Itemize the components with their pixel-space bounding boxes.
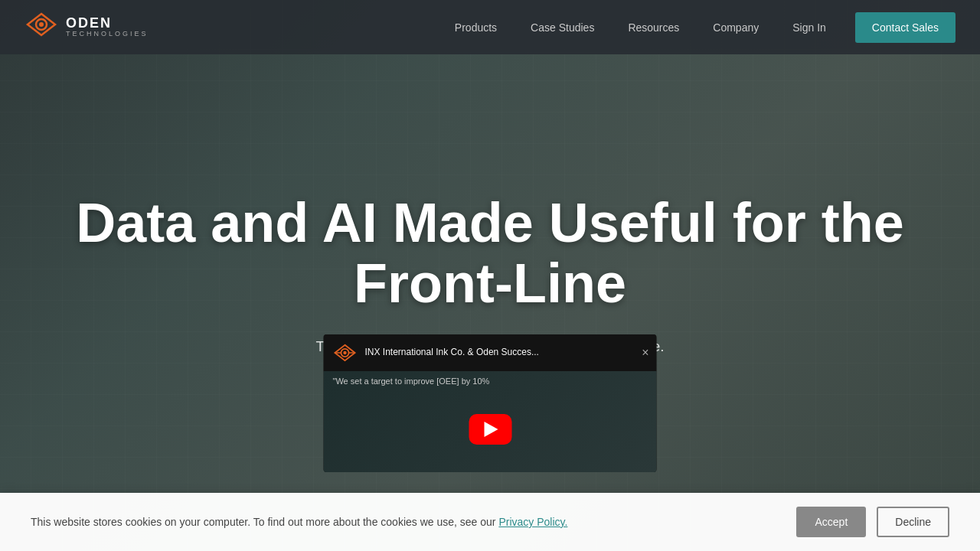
nav-case-studies[interactable]: Case Studies — [514, 0, 611, 54]
cookie-message: This website stores cookies on your comp… — [31, 516, 772, 528]
svg-point-2 — [343, 351, 346, 354]
oden-eye-icon — [333, 341, 358, 365]
video-title: INX International Ink Co. & Oden Succes.… — [365, 347, 648, 359]
privacy-policy-link[interactable]: Privacy Policy. — [498, 516, 567, 528]
navbar: ODEN TECHNOLOGIES Products Case Studies … — [0, 0, 980, 54]
nav-company[interactable]: Company — [696, 0, 776, 54]
video-quote: "We set a target to improve [OEE] by 10% — [333, 376, 648, 387]
logo[interactable]: ODEN TECHNOLOGIES — [24, 11, 149, 44]
nav-signin[interactable]: Sign In — [776, 0, 843, 54]
hero-section: Data and AI Made Useful for the Front-Li… — [0, 0, 980, 551]
video-close-button[interactable]: × — [642, 347, 648, 359]
cookie-buttons: Accept Decline — [796, 507, 949, 537]
decline-cookies-button[interactable]: Decline — [877, 507, 949, 537]
video-header: INX International Ink Co. & Oden Succes.… — [324, 334, 657, 371]
contact-sales-button[interactable]: Contact Sales — [855, 12, 956, 43]
play-triangle-icon — [485, 422, 498, 437]
logo-technologies: TECHNOLOGIES — [66, 31, 149, 38]
svg-point-7 — [39, 22, 44, 27]
logo-oden: ODEN — [66, 16, 149, 31]
cookie-banner: This website stores cookies on your comp… — [0, 493, 980, 551]
logo-text: ODEN TECHNOLOGIES — [66, 16, 149, 39]
nav-links: Products Case Studies Resources Company … — [438, 0, 956, 54]
hero-heading: Data and AI Made Useful for the Front-Li… — [69, 193, 911, 314]
video-thumbnail[interactable]: "We set a target to improve [OEE] by 10% — [324, 371, 657, 472]
nav-products[interactable]: Products — [438, 0, 514, 54]
logo-icon — [24, 11, 58, 44]
accept-cookies-button[interactable]: Accept — [796, 507, 866, 537]
nav-resources[interactable]: Resources — [611, 0, 696, 54]
youtube-play-button[interactable] — [469, 414, 511, 445]
video-popup: INX International Ink Co. & Oden Succes.… — [324, 334, 657, 472]
